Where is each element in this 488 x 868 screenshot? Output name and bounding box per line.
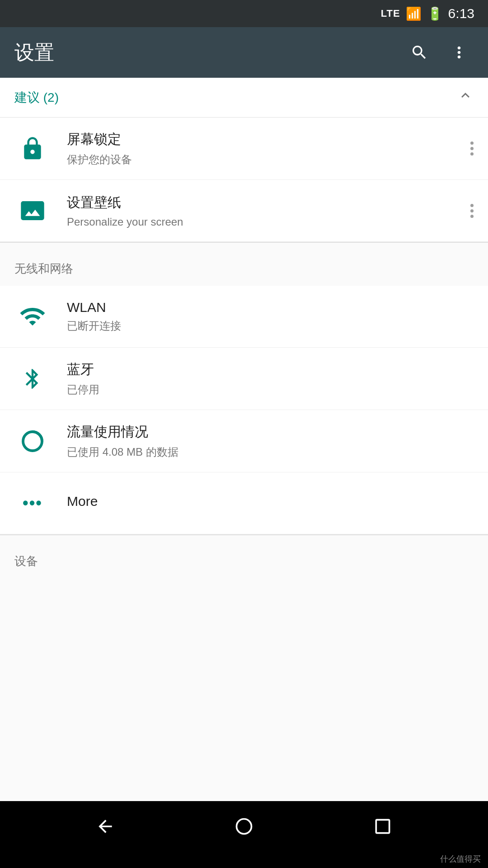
app-bar: 设置 [0, 27, 488, 78]
wallpaper-icon [14, 193, 51, 229]
wlan-subtitle: 已断开连接 [67, 319, 474, 333]
bluetooth-item[interactable]: 蓝牙 已停用 [0, 348, 488, 410]
svg-rect-2 [376, 820, 389, 833]
bluetooth-title: 蓝牙 [67, 360, 474, 379]
bluetooth-text: 蓝牙 已停用 [67, 360, 474, 397]
suggestions-section: 建议 (2) 屏幕锁定 保护您的设备 [0, 78, 488, 242]
wallpaper-text: 设置壁纸 Personalize your screen [67, 193, 470, 228]
svg-point-1 [236, 819, 251, 834]
recents-button[interactable] [360, 804, 405, 849]
content-area: 建议 (2) 屏幕锁定 保护您的设备 [0, 78, 488, 801]
wlan-title: WLAN [67, 300, 474, 315]
wlan-item[interactable]: WLAN 已断开连接 [0, 286, 488, 348]
bluetooth-icon [14, 361, 51, 397]
watermark-text: 什么值得买 [440, 854, 481, 864]
more-dots-icon: ••• [23, 494, 42, 513]
page-title: 设置 [14, 39, 405, 66]
bluetooth-subtitle: 已停用 [67, 382, 474, 397]
data-usage-subtitle: 已使用 4.08 MB 的数据 [67, 445, 474, 459]
more-item[interactable]: ••• More [0, 472, 488, 534]
data-usage-icon [14, 423, 51, 459]
search-button[interactable] [405, 38, 434, 67]
screen-lock-item[interactable]: 屏幕锁定 保护您的设备 [0, 118, 488, 180]
wireless-section-label: 无线和网络 [0, 243, 488, 286]
more-title: More [67, 494, 474, 509]
wallpaper-menu-button[interactable] [470, 204, 474, 218]
status-time: 6:13 [448, 6, 474, 21]
app-bar-actions [405, 38, 474, 67]
wlan-text: WLAN 已断开连接 [67, 300, 474, 333]
status-icons: LTE 📶 🔋 6:13 [381, 6, 474, 21]
more-icon: ••• [14, 485, 51, 521]
status-bar: LTE 📶 🔋 6:13 [0, 0, 488, 27]
screen-lock-title: 屏幕锁定 [67, 130, 470, 149]
data-usage-title: 流量使用情况 [67, 423, 474, 441]
data-usage-item[interactable]: 流量使用情况 已使用 4.08 MB 的数据 [0, 410, 488, 472]
data-usage-text: 流量使用情况 已使用 4.08 MB 的数据 [67, 423, 474, 459]
wallpaper-title: 设置壁纸 [67, 193, 470, 212]
wlan-icon [14, 298, 51, 335]
battery-icon: 🔋 [427, 6, 443, 21]
suggestions-title: 建议 (2) [14, 89, 457, 106]
screen-lock-subtitle: 保护您的设备 [67, 152, 470, 167]
screen-lock-menu-button[interactable] [470, 142, 474, 156]
suggestions-header[interactable]: 建议 (2) [0, 78, 488, 118]
signal-icon: 📶 [406, 6, 422, 21]
bottom-navigation [0, 801, 488, 852]
watermark-bar: 什么值得买 [0, 852, 488, 868]
home-button[interactable] [221, 804, 267, 849]
lte-indicator: LTE [381, 8, 400, 19]
screen-lock-icon [14, 131, 51, 167]
more-options-button[interactable] [445, 38, 474, 67]
wallpaper-subtitle: Personalize your screen [67, 216, 470, 228]
wallpaper-item[interactable]: 设置壁纸 Personalize your screen [0, 180, 488, 242]
collapse-icon[interactable] [457, 87, 474, 108]
back-button[interactable] [83, 804, 128, 849]
more-text: More [67, 494, 474, 513]
device-section-label: 设备 [0, 535, 488, 578]
screen-lock-text: 屏幕锁定 保护您的设备 [67, 130, 470, 167]
